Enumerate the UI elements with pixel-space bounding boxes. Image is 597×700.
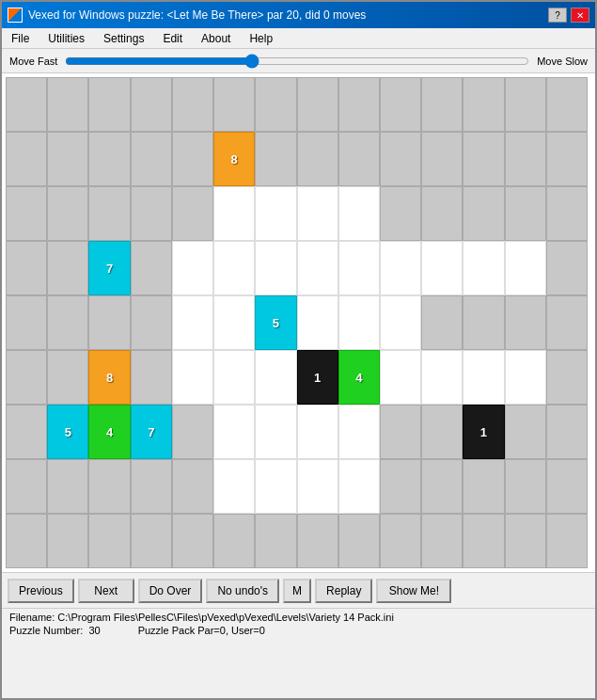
- cell-7-9[interactable]: [380, 459, 421, 514]
- cell-2-4[interactable]: [172, 186, 213, 241]
- cell-6-10[interactable]: [421, 405, 463, 459]
- cell-5-11[interactable]: [463, 350, 504, 405]
- cell-4-13[interactable]: [546, 295, 588, 350]
- cell-3-4[interactable]: [172, 241, 213, 295]
- cell-2-8[interactable]: [338, 186, 380, 241]
- cell-5-3[interactable]: [131, 350, 172, 405]
- cell-3-11[interactable]: [463, 241, 504, 295]
- no-undos-button[interactable]: No undo's: [206, 579, 279, 603]
- cell-0-13[interactable]: [546, 77, 588, 132]
- cell-5-12[interactable]: [505, 350, 546, 405]
- cell-3-7[interactable]: [297, 241, 338, 295]
- cell-6-0[interactable]: [6, 405, 47, 459]
- cell-8-9[interactable]: [380, 514, 421, 568]
- cell-7-13[interactable]: [546, 459, 588, 514]
- cell-3-2[interactable]: 7: [88, 241, 130, 295]
- cell-4-5[interactable]: [213, 295, 255, 350]
- cell-3-6[interactable]: [255, 241, 296, 295]
- cell-5-2[interactable]: 8: [88, 350, 130, 405]
- cell-6-9[interactable]: [380, 405, 421, 459]
- cell-1-7[interactable]: [297, 132, 338, 186]
- cell-7-3[interactable]: [131, 459, 172, 514]
- cell-8-13[interactable]: [546, 514, 588, 568]
- cell-3-13[interactable]: [546, 241, 588, 295]
- cell-5-13[interactable]: [546, 350, 588, 405]
- cell-5-6[interactable]: [255, 350, 296, 405]
- cell-4-10[interactable]: [421, 295, 463, 350]
- help-button[interactable]: ?: [548, 8, 567, 23]
- cell-1-4[interactable]: [172, 132, 213, 186]
- menu-edit[interactable]: Edit: [157, 30, 188, 47]
- cell-1-2[interactable]: [88, 132, 130, 186]
- speed-slider[interactable]: [65, 53, 529, 70]
- cell-0-3[interactable]: [131, 77, 172, 132]
- cell-1-0[interactable]: [6, 132, 47, 186]
- cell-5-7[interactable]: 1: [297, 350, 338, 405]
- cell-3-1[interactable]: [47, 241, 88, 295]
- do-over-button[interactable]: Do Over: [138, 579, 203, 603]
- cell-3-0[interactable]: [6, 241, 47, 295]
- cell-1-9[interactable]: [380, 132, 421, 186]
- cell-1-5[interactable]: 8: [213, 132, 255, 186]
- cell-1-1[interactable]: [47, 132, 88, 186]
- cell-1-12[interactable]: [505, 132, 546, 186]
- cell-2-5[interactable]: [213, 186, 255, 241]
- next-button[interactable]: Next: [78, 579, 134, 603]
- cell-4-11[interactable]: [463, 295, 504, 350]
- cell-0-1[interactable]: [47, 77, 88, 132]
- cell-5-10[interactable]: [421, 350, 463, 405]
- cell-6-6[interactable]: [255, 405, 296, 459]
- replay-button[interactable]: Replay: [315, 579, 372, 603]
- cell-8-6[interactable]: [255, 514, 296, 568]
- cell-6-1[interactable]: 5: [47, 405, 88, 459]
- cell-2-9[interactable]: [380, 186, 421, 241]
- cell-1-8[interactable]: [338, 132, 380, 186]
- cell-5-5[interactable]: [213, 350, 255, 405]
- cell-6-4[interactable]: [172, 405, 213, 459]
- cell-0-7[interactable]: [297, 77, 338, 132]
- cell-8-1[interactable]: [47, 514, 88, 568]
- cell-7-5[interactable]: [213, 459, 255, 514]
- cell-0-8[interactable]: [338, 77, 380, 132]
- cell-6-12[interactable]: [505, 405, 546, 459]
- cell-7-4[interactable]: [172, 459, 213, 514]
- cell-2-10[interactable]: [421, 186, 463, 241]
- cell-8-10[interactable]: [421, 514, 463, 568]
- cell-2-6[interactable]: [255, 186, 296, 241]
- cell-1-11[interactable]: [463, 132, 504, 186]
- menu-about[interactable]: About: [196, 30, 236, 47]
- cell-4-0[interactable]: [6, 295, 47, 350]
- cell-3-9[interactable]: [380, 241, 421, 295]
- menu-file[interactable]: File: [6, 30, 35, 47]
- cell-0-4[interactable]: [172, 77, 213, 132]
- cell-7-2[interactable]: [88, 459, 130, 514]
- cell-8-7[interactable]: [297, 514, 338, 568]
- cell-5-0[interactable]: [6, 350, 47, 405]
- cell-4-3[interactable]: [131, 295, 172, 350]
- cell-8-8[interactable]: [338, 514, 380, 568]
- cell-7-7[interactable]: [297, 459, 338, 514]
- cell-0-9[interactable]: [380, 77, 421, 132]
- cell-1-6[interactable]: [255, 132, 296, 186]
- cell-7-0[interactable]: [6, 459, 47, 514]
- cell-4-9[interactable]: [380, 295, 421, 350]
- cell-0-12[interactable]: [505, 77, 546, 132]
- cell-5-9[interactable]: [380, 350, 421, 405]
- cell-6-2[interactable]: 4: [88, 405, 130, 459]
- cell-3-10[interactable]: [421, 241, 463, 295]
- cell-8-5[interactable]: [213, 514, 255, 568]
- cell-7-12[interactable]: [505, 459, 546, 514]
- cell-2-13[interactable]: [546, 186, 588, 241]
- cell-7-1[interactable]: [47, 459, 88, 514]
- cell-7-6[interactable]: [255, 459, 296, 514]
- menu-settings[interactable]: Settings: [98, 30, 149, 47]
- cell-3-5[interactable]: [213, 241, 255, 295]
- menu-utilities[interactable]: Utilities: [42, 30, 90, 47]
- cell-4-6[interactable]: 5: [255, 295, 296, 350]
- cell-1-13[interactable]: [546, 132, 588, 186]
- cell-2-11[interactable]: [463, 186, 504, 241]
- cell-5-1[interactable]: [47, 350, 88, 405]
- cell-8-11[interactable]: [463, 514, 504, 568]
- cell-7-10[interactable]: [421, 459, 463, 514]
- cell-2-12[interactable]: [505, 186, 546, 241]
